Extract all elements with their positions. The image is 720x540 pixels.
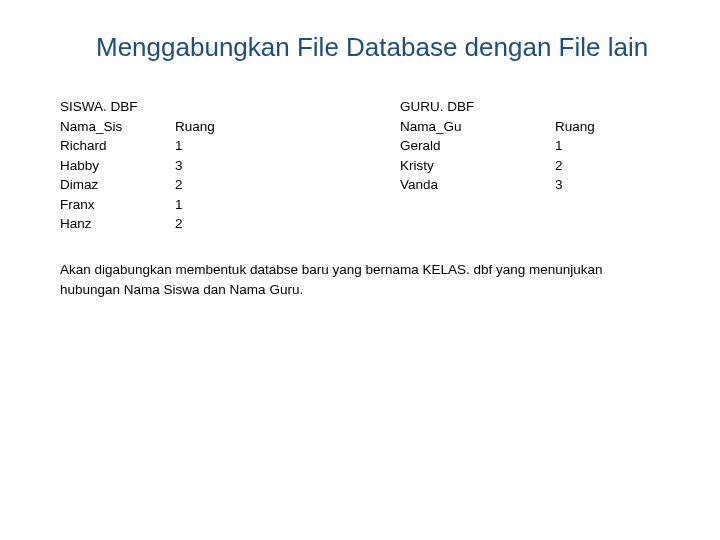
file-name-right: GURU. DBF (400, 97, 555, 117)
cell: Hanz (60, 214, 175, 234)
cell: Kristy (400, 156, 555, 176)
cell: 1 (175, 195, 400, 215)
cell: 1 (175, 136, 400, 156)
file-name-left: SISWA. DBF (60, 97, 175, 117)
table-guru: GURU. DBF Nama_Gu Gerald Kristy Vanda Ru… (400, 97, 655, 234)
cell: Habby (60, 156, 175, 176)
col-names-right: GURU. DBF Nama_Gu Gerald Kristy Vanda (400, 97, 555, 234)
cell: 2 (175, 214, 400, 234)
description-text: Akan digabungkan membentuk databse baru … (60, 260, 670, 301)
col-ruang-left: Ruang 1 3 2 1 2 (175, 97, 400, 234)
page-title: Menggabungkan File Database dengan File … (96, 32, 670, 63)
cell: 2 (555, 156, 655, 176)
cell: Gerald (400, 136, 555, 156)
spacer (555, 97, 655, 117)
col-ruang-right: Ruang 1 2 3 (555, 97, 655, 234)
spacer (175, 97, 400, 117)
cell: 3 (555, 175, 655, 195)
cell: Vanda (400, 175, 555, 195)
cell: 3 (175, 156, 400, 176)
cell: Franx (60, 195, 175, 215)
cell: 1 (555, 136, 655, 156)
col-header: Ruang (555, 117, 655, 137)
cell: Dimaz (60, 175, 175, 195)
col-names-left: SISWA. DBF Nama_Sis Richard Habby Dimaz … (60, 97, 175, 234)
col-header: Nama_Sis (60, 117, 175, 137)
col-header: Ruang (175, 117, 400, 137)
slide: Menggabungkan File Database dengan File … (0, 0, 720, 300)
table-siswa: SISWA. DBF Nama_Sis Richard Habby Dimaz … (60, 97, 400, 234)
cell: Richard (60, 136, 175, 156)
tables-row: SISWA. DBF Nama_Sis Richard Habby Dimaz … (60, 97, 670, 234)
cell: 2 (175, 175, 400, 195)
col-header: Nama_Gu (400, 117, 555, 137)
